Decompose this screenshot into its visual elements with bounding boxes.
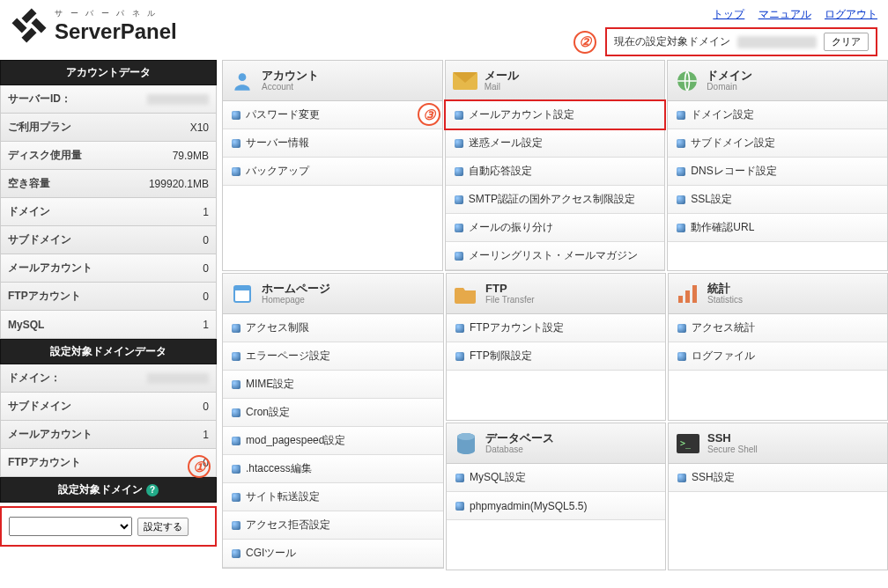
row-value: 0	[203, 290, 209, 303]
target-domain-box: 設定する	[0, 506, 217, 547]
menu-item[interactable]: FTPアカウント設定	[447, 314, 665, 342]
menu-item[interactable]: SSL設定	[668, 186, 887, 214]
header: サ ー バ ー パ ネ ル ServerPanel トップ マニュアル ログアウ…	[0, 0, 888, 60]
row-label: ドメイン	[8, 204, 50, 219]
menu-item[interactable]: MySQL設定	[447, 464, 665, 492]
step-1-badge: ①	[188, 455, 211, 478]
row-value: 1	[203, 206, 209, 218]
panel-account: アカウントAccount パスワード変更 サーバー情報 バックアップ	[222, 60, 443, 271]
current-domain-box: 現在の設定対象ドメイン クリア	[605, 27, 877, 56]
menu-item[interactable]: 自動応答設定	[446, 158, 665, 186]
step-3-badge: ③	[418, 103, 440, 126]
database-icon	[454, 433, 478, 454]
menu-item[interactable]: ドメイン設定	[668, 101, 887, 129]
nav-top[interactable]: トップ	[713, 8, 744, 20]
menu-item[interactable]: サブドメイン設定	[668, 129, 887, 158]
menu-item[interactable]: CGIツール	[223, 540, 443, 568]
sidebar-account-title: アカウントデータ	[0, 60, 217, 85]
folder-icon	[454, 283, 478, 305]
row-value: 0	[203, 401, 209, 413]
logo: サ ー バ ー パ ネ ル ServerPanel	[11, 7, 177, 44]
menu-item[interactable]: アクセス統計	[669, 314, 887, 342]
row-label: ディスク使用量	[8, 148, 82, 163]
panel-domain: ドメインDomain ドメイン設定 サブドメイン設定 DNSレコード設定 SSL…	[667, 60, 888, 271]
row-label: サブドメイン	[8, 232, 71, 247]
set-domain-button[interactable]: 設定する	[137, 518, 189, 536]
row-value: X10	[190, 121, 209, 134]
menu-item[interactable]: アクセス拒否設定	[223, 511, 443, 540]
row-label: サーバーID：	[8, 92, 71, 107]
menu-item[interactable]: 動作確認URL	[668, 214, 887, 242]
row-value: 1	[203, 319, 209, 331]
globe-icon	[675, 70, 699, 92]
menu-item[interactable]: アクセス制限	[223, 314, 443, 342]
menu-item[interactable]: SSH設定	[669, 464, 887, 492]
menu-item[interactable]: SMTP認証の国外アクセス制限設定	[446, 186, 665, 214]
row-label: 空き容量	[8, 176, 50, 191]
svg-point-10	[457, 433, 475, 440]
menu-item[interactable]: メールの振り分け	[446, 214, 665, 242]
menu-item-mail-account[interactable]: ③メールアカウント設定	[446, 101, 665, 129]
menu-item[interactable]: パスワード変更	[223, 101, 442, 129]
help-icon[interactable]: ?	[146, 484, 159, 496]
row-value: 0	[203, 234, 209, 246]
sidebar: アカウントデータ サーバーID： ご利用プランX10 ディスク使用量79.9MB…	[0, 60, 217, 570]
panel-ftp: FTPFile Transfer FTPアカウント設定 FTP制限設定	[446, 273, 666, 421]
main: アカウントAccount パスワード変更 サーバー情報 バックアップ メールMa…	[217, 60, 888, 570]
row-label: FTPアカウント	[8, 289, 81, 304]
menu-item[interactable]: .htaccess編集	[223, 455, 443, 483]
row-value: 1	[203, 429, 209, 441]
svg-rect-12	[685, 290, 690, 303]
svg-rect-8	[234, 286, 250, 290]
panel-database: データベースDatabase MySQL設定 phpmyadmin(MySQL5…	[446, 423, 666, 570]
page-icon	[230, 283, 255, 305]
panel-homepage: ホームページHomepage アクセス制限 エラーページ設定 MIME設定 Cr…	[222, 273, 444, 569]
menu-item[interactable]: サーバー情報	[223, 129, 442, 158]
nav-logout[interactable]: ログアウト	[825, 8, 877, 20]
row-label: ドメイン：	[8, 371, 61, 386]
menu-item[interactable]: ログファイル	[669, 342, 887, 371]
nav-manual[interactable]: マニュアル	[758, 8, 811, 20]
terminal-icon: >_	[676, 433, 700, 454]
row-value: 199920.1MB	[149, 178, 209, 190]
panel-stats: 統計Statistics アクセス統計 ログファイル	[668, 273, 888, 421]
row-value: 79.9MB	[173, 150, 209, 162]
target-domain-select[interactable]	[9, 517, 132, 536]
row-value: 0	[203, 262, 209, 275]
row-label: メールアカウント	[8, 261, 92, 276]
sidebar-domain-data-title: 設定対象ドメインデータ	[0, 339, 217, 364]
logo-subtitle: サ ー バ ー パ ネ ル	[55, 8, 177, 19]
logo-title: ServerPanel	[55, 19, 177, 44]
person-icon	[230, 70, 255, 92]
current-domain-value	[737, 36, 817, 48]
clear-button[interactable]: クリア	[824, 33, 869, 51]
sidebar-target-title: 設定対象ドメイン? ①	[0, 477, 217, 503]
row-label: FTPアカウント	[8, 455, 81, 470]
menu-item[interactable]: Cron設定	[223, 399, 443, 427]
mail-icon	[453, 70, 477, 92]
logo-icon	[11, 7, 48, 44]
panel-mail: メールMail ③メールアカウント設定 迷惑メール設定 自動応答設定 SMTP認…	[445, 60, 666, 271]
menu-item[interactable]: DNSレコード設定	[668, 158, 887, 186]
step-2-badge: ②	[574, 31, 596, 54]
svg-rect-13	[692, 285, 697, 303]
svg-point-4	[239, 73, 247, 81]
menu-item[interactable]: エラーページ設定	[223, 342, 443, 371]
panel-ssh: >_SSHSecure Shell SSH設定	[668, 423, 888, 570]
menu-item[interactable]: mod_pagespeed設定	[223, 427, 443, 455]
menu-item[interactable]: メーリングリスト・メールマガジン	[446, 242, 665, 270]
menu-item[interactable]: phpmyadmin(MySQL5.5)	[447, 492, 665, 520]
row-label: メールアカウント	[8, 427, 92, 442]
menu-item[interactable]: 迷惑メール設定	[446, 129, 665, 158]
row-label: ご利用プラン	[8, 120, 71, 135]
menu-item[interactable]: FTP制限設定	[447, 342, 665, 371]
menu-item[interactable]: サイト転送設定	[223, 483, 443, 511]
svg-rect-11	[678, 296, 683, 303]
row-label: MySQL	[8, 319, 44, 331]
domain-name-value	[147, 373, 209, 384]
menu-item[interactable]: バックアップ	[223, 158, 442, 186]
current-domain-label: 現在の設定対象ドメイン	[614, 34, 730, 49]
menu-item[interactable]: MIME設定	[223, 371, 443, 399]
server-id-value	[147, 94, 209, 105]
svg-text:>_: >_	[680, 438, 692, 449]
